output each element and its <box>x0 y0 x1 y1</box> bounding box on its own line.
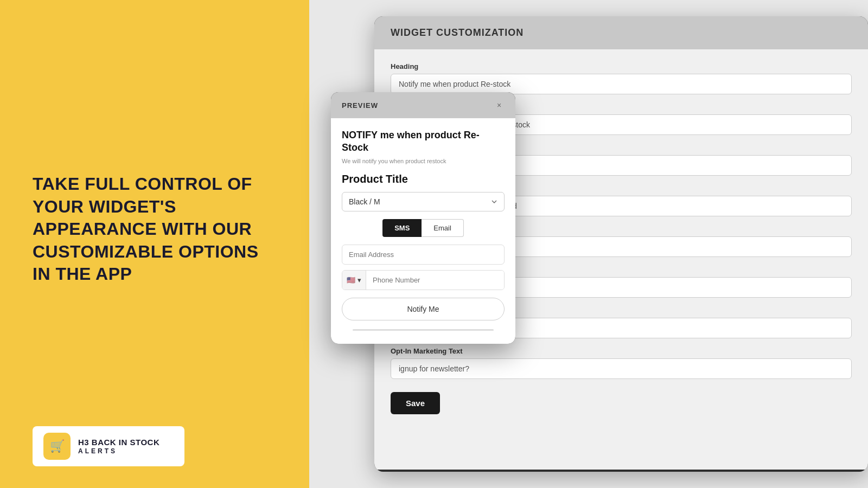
phone-flag: 🇺🇸 ▾ <box>342 271 366 290</box>
form-group-heading: Heading <box>391 62 852 94</box>
right-panel: WIDGET CUSTOMIZATION Heading Sub Heading… <box>309 0 868 488</box>
close-icon[interactable]: × <box>494 100 505 111</box>
phone-input[interactable] <box>366 271 504 290</box>
preview-body: NOTIFY me when product Re-Stock We will … <box>331 118 515 344</box>
preview-notify-sub: We will notify you when product restock <box>342 158 505 164</box>
preview-product-title: Product Title <box>342 173 505 185</box>
input-marketing[interactable] <box>391 358 852 379</box>
variant-select[interactable]: Black / M <box>342 192 505 211</box>
notify-me-button[interactable]: Notify Me <box>342 298 505 320</box>
logo-icon: 🛒 <box>43 433 71 460</box>
preview-notify-heading: NOTIFY me when product Re-Stock <box>342 129 505 155</box>
logo-text: H3 BACK IN STOCK ALERTS <box>78 438 159 455</box>
preview-card: PREVIEW × NOTIFY me when product Re-Stoc… <box>331 92 515 344</box>
widget-card-title: WIDGET CUSTOMIZATION <box>391 27 524 38</box>
form-label-marketing: Opt-In Marketing Text <box>391 347 852 355</box>
left-content: TAKE FULL CONTROL OF YOUR WIDGET'S APPEA… <box>33 33 277 426</box>
preview-title: PREVIEW <box>342 101 489 110</box>
sms-toggle-button[interactable]: SMS <box>382 219 422 237</box>
logo-title: H3 BACK IN STOCK <box>78 438 159 447</box>
form-group-marketing: Opt-In Marketing Text <box>391 347 852 379</box>
input-heading[interactable] <box>391 74 852 94</box>
preview-header: PREVIEW × <box>331 92 515 118</box>
widget-card-header: WIDGET CUSTOMIZATION <box>374 16 868 49</box>
email-input[interactable] <box>342 245 505 265</box>
left-panel: TAKE FULL CONTROL OF YOUR WIDGET'S APPEA… <box>0 0 309 488</box>
logo-subtitle: ALERTS <box>78 447 159 455</box>
email-toggle-button[interactable]: Email <box>422 219 464 237</box>
sms-email-toggle: SMS Email <box>342 219 505 237</box>
headline: TAKE FULL CONTROL OF YOUR WIDGET'S APPEA… <box>33 173 277 286</box>
phone-input-row: 🇺🇸 ▾ <box>342 270 505 290</box>
save-button[interactable]: Save <box>391 392 440 414</box>
form-label-heading: Heading <box>391 62 852 70</box>
logo-bar: 🛒 H3 BACK IN STOCK ALERTS <box>33 426 184 466</box>
divider <box>353 329 494 331</box>
